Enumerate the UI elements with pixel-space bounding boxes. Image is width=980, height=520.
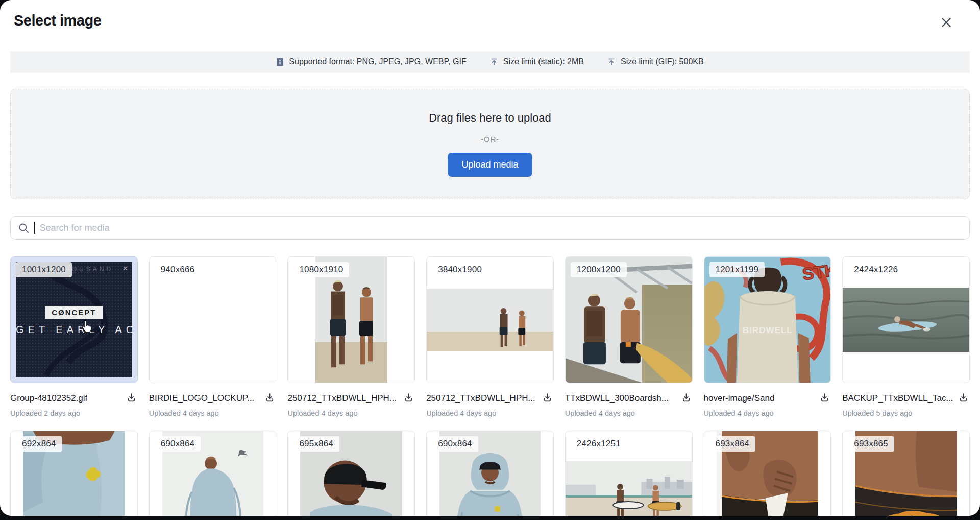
media-item[interactable]: 1080x1910 xyxy=(287,256,415,383)
photo-beach-run-wide xyxy=(427,289,553,351)
media-filename: BACKUP_TTxBDWLL_Tac... xyxy=(842,393,953,404)
upload-date: Uploaded 5 days ago xyxy=(842,409,970,417)
close-button[interactable] xyxy=(938,14,954,32)
media-item[interactable]: 1001x1200 TEN THOUSAND CØNCEPT GET EARLY… xyxy=(10,256,138,383)
media-card: 690x864 xyxy=(426,431,554,516)
media-item[interactable]: 690x864 xyxy=(426,431,554,516)
media-card: 690x864 xyxy=(149,431,277,516)
media-item[interactable]: 940x666 xyxy=(149,256,277,383)
media-filename: BIRDIE_LOGO_LOCKUP... xyxy=(149,393,255,404)
media-item[interactable]: 1201x1199 STK BIRDWELL xyxy=(704,256,831,383)
media-card: 1201x1199 STK BIRDWELL xyxy=(704,256,831,417)
upload-date: Uploaded 4 days ago xyxy=(565,409,693,417)
photo-concept-gif: TEN THOUSAND CØNCEPT GET EARLY ACCESS xyxy=(16,262,132,377)
media-card: 1200x1200 xyxy=(565,256,693,417)
dimension-badge: 2426x1251 xyxy=(571,436,627,452)
download-icon xyxy=(264,392,275,403)
upload-date: Uploaded 4 days ago xyxy=(426,409,554,417)
gif-concept-label: CØNCEPT xyxy=(45,306,103,319)
dropzone-title: Drag files here to upload xyxy=(429,111,551,125)
media-item[interactable]: 692x864 xyxy=(10,431,138,516)
download-button[interactable] xyxy=(541,391,554,406)
size-limit-gif-info: Size limit (GIF): 500KB xyxy=(607,57,704,66)
photo-beach-boards xyxy=(566,461,692,516)
gif-headline-text: GET EARLY ACCESS xyxy=(16,324,132,336)
media-item[interactable]: 695x864 xyxy=(287,431,415,516)
drag-drop-zone[interactable]: Drag files here to upload -OR- Upload me… xyxy=(10,89,970,199)
dimension-badge: 1201x1199 xyxy=(709,262,765,277)
search-bar[interactable] xyxy=(10,216,970,240)
modal-header: Select image xyxy=(0,0,980,49)
media-card: 1001x1200 TEN THOUSAND CØNCEPT GET EARLY… xyxy=(10,256,138,417)
dropzone-divider: -OR- xyxy=(481,135,500,144)
supported-format-text: Supported format: PNG, JPEG, JPG, WEBP, … xyxy=(289,57,466,66)
media-card: 1080x1910 xyxy=(287,256,415,417)
media-card: 693x864 xyxy=(704,431,831,516)
size-limit-static-info: Size limit (static): 2MB xyxy=(490,57,584,66)
download-icon xyxy=(403,392,414,403)
select-image-modal: Select image Supported format: PNG, JPEG… xyxy=(0,0,980,516)
media-filename: Group-48102352.gif xyxy=(10,393,87,404)
dimension-badge: 1200x1200 xyxy=(571,262,627,277)
page-title: Select image xyxy=(14,12,101,29)
supported-format-info: Supported format: PNG, JPEG, JPG, WEBP, … xyxy=(276,57,466,66)
media-item[interactable]: 1200x1200 xyxy=(565,256,693,383)
dimension-badge: 690x864 xyxy=(432,436,478,452)
dimension-badge: 695x864 xyxy=(293,436,339,452)
download-icon xyxy=(681,392,692,403)
media-card: 695x864 xyxy=(287,431,415,516)
media-filename: 250712_TTxBDWLL_HPH... xyxy=(426,393,535,404)
search-input[interactable] xyxy=(40,223,963,233)
media-item[interactable]: 693x864 xyxy=(704,431,831,516)
media-item[interactable]: 2424x1226 xyxy=(842,256,970,383)
upload-date: Uploaded 4 days ago xyxy=(704,409,831,417)
dimension-badge: 692x864 xyxy=(16,436,62,452)
download-icon xyxy=(542,392,553,403)
dimension-badge: 693x865 xyxy=(848,436,894,452)
download-button[interactable] xyxy=(402,391,415,406)
download-icon xyxy=(819,392,830,403)
media-filename: TTxBDWLL_300Boardsh... xyxy=(565,393,669,404)
download-button[interactable] xyxy=(263,391,276,406)
upload-date: Uploaded 4 days ago xyxy=(287,409,415,417)
media-item[interactable]: 690x864 xyxy=(149,431,277,516)
media-card: 692x864 xyxy=(10,431,138,516)
media-card: 2424x1226 xyxy=(842,256,970,417)
media-filename: 250712_TTxBDWLL_HPH... xyxy=(287,393,397,404)
media-item[interactable]: 3840x1900 xyxy=(426,256,554,383)
download-button[interactable] xyxy=(957,391,970,406)
size-limit-static-text: Size limit (static): 2MB xyxy=(503,57,584,66)
dimension-badge: 690x864 xyxy=(155,436,201,452)
upload-media-button[interactable]: Upload media xyxy=(448,153,532,177)
media-filename: hover-image/Sand xyxy=(704,393,775,404)
svg-text:BIRDWELL: BIRDWELL xyxy=(743,325,793,335)
text-caret xyxy=(34,222,35,234)
dimension-badge: 1001x1200 xyxy=(16,262,72,277)
info-doc-icon xyxy=(276,58,284,66)
photo-surf-paddle xyxy=(843,288,969,352)
upload-date: Uploaded 4 days ago xyxy=(149,409,277,417)
download-button[interactable] xyxy=(125,391,138,406)
download-icon xyxy=(958,392,969,403)
media-card: 693x865 xyxy=(842,431,970,516)
close-icon xyxy=(941,17,951,28)
size-limit-gif-text: Size limit (GIF): 500KB xyxy=(621,57,704,66)
format-info-bar: Supported format: PNG, JPEG, JPG, WEBP, … xyxy=(10,51,970,73)
upload-date: Uploaded 2 days ago xyxy=(10,409,138,417)
search-icon xyxy=(18,222,30,234)
dimension-badge: 1080x1910 xyxy=(293,262,349,277)
media-card: 3840x1900 250712_TTxBDWLL_HPH... xyxy=(426,256,554,417)
media-card: 2426x1251 xyxy=(565,431,693,516)
upload-limit-icon xyxy=(607,58,616,66)
download-icon xyxy=(126,392,137,403)
media-grid: 1001x1200 TEN THOUSAND CØNCEPT GET EARLY… xyxy=(10,256,970,516)
drawcord-art xyxy=(16,262,132,377)
deselect-icon[interactable]: ✕ xyxy=(122,265,128,272)
download-button[interactable] xyxy=(818,391,831,406)
upload-limit-icon xyxy=(490,58,498,66)
media-card: 940x666 BIRDIE_LOGO_LOCKUP... Uploaded 4… xyxy=(149,256,277,417)
dimension-badge: 940x666 xyxy=(155,262,201,277)
media-item[interactable]: 693x865 xyxy=(842,431,970,516)
download-button[interactable] xyxy=(680,391,693,406)
media-item[interactable]: 2426x1251 xyxy=(565,431,693,516)
